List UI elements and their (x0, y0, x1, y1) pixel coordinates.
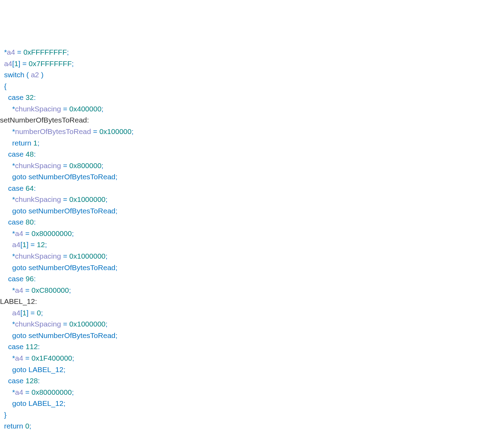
code-token: 96 (26, 275, 34, 283)
code-line: return 1; (0, 137, 478, 149)
code-token: LABEL_12: (0, 297, 37, 305)
code-token: 1 (22, 241, 26, 249)
code-token: 0x800000 (69, 162, 101, 170)
code-token: = (61, 105, 69, 113)
code-token: ; (132, 127, 134, 135)
code-token: = (91, 127, 99, 135)
code-token: case (8, 184, 25, 192)
code-token: : (38, 377, 40, 385)
code-token: ; (101, 105, 103, 113)
code-token: 0xFFFFFFFF (23, 48, 67, 56)
code-token: goto LABEL_12; (12, 399, 65, 407)
code-token: a4 (7, 48, 15, 56)
code-token: a4 (15, 388, 23, 396)
code-token: case (8, 218, 25, 226)
code-line: case 80: (0, 217, 478, 228)
code-token: * (4, 48, 7, 56)
code-token: 0x1000000 (69, 252, 105, 260)
code-line: goto setNumberOfBytesToRead; (0, 171, 478, 183)
code-token: a2 (31, 71, 39, 79)
code-line: switch ( a2 ) (0, 69, 478, 81)
code-line: case 96: (0, 273, 478, 285)
code-line: goto LABEL_12; (0, 364, 478, 376)
code-token: case (8, 93, 25, 101)
code-token: switch ( (4, 71, 31, 79)
code-token: 0x1000000 (69, 320, 105, 328)
code-line: *chunkSpacing = 0x1000000; (0, 251, 478, 262)
code-line: *chunkSpacing = 0x1000000; (0, 194, 478, 205)
code-token: 0xC800000 (32, 286, 69, 294)
code-token: } (4, 411, 7, 419)
code-token: 1 (22, 309, 26, 317)
code-token: goto setNumberOfBytesToRead; (12, 264, 117, 272)
code-token: ; (29, 422, 31, 430)
code-token: = (23, 229, 32, 237)
code-token: case (8, 377, 25, 385)
code-line: goto setNumberOfBytesToRead; (0, 262, 478, 274)
code-token: * (12, 320, 15, 328)
code-token: 0x80000000 (32, 388, 72, 396)
code-line: LABEL_12: (0, 296, 478, 307)
code-line: case 64: (0, 183, 478, 194)
code-token: 0 (25, 422, 29, 430)
code-token: 1 (14, 60, 18, 68)
code-token: ] = (26, 241, 37, 249)
code-token: 0x1F400000 (32, 354, 72, 362)
code-token: ] = (18, 60, 29, 68)
code-token: ; (69, 286, 71, 294)
code-token: case (8, 275, 25, 283)
code-token: 0x1000000 (69, 195, 105, 203)
code-token: return (4, 422, 25, 430)
code-token: a4 (15, 354, 23, 362)
code-line: *numberOfBytesToRead = 0x100000; (0, 126, 478, 137)
code-line: *chunkSpacing = 0x1000000; (0, 319, 478, 330)
code-token: ) (39, 71, 44, 79)
code-token: case (8, 343, 25, 351)
code-line: a4[1] = 12; (0, 239, 478, 251)
code-token: { (4, 82, 7, 90)
code-token: a4 (4, 60, 12, 68)
code-token: chunkSpacing (15, 320, 61, 328)
code-line: *a4 = 0x1F400000; (0, 353, 478, 364)
code-token: * (12, 388, 15, 396)
code-token: 0x100000 (99, 127, 131, 135)
code-line: *a4 = 0x80000000; (0, 387, 478, 398)
code-token: = (23, 286, 32, 294)
code-token: chunkSpacing (15, 162, 61, 170)
code-token: ; (72, 354, 74, 362)
code-line: case 112: (0, 341, 478, 353)
code-token: * (12, 105, 15, 113)
code-token: goto setNumberOfBytesToRead; (12, 207, 117, 215)
code-token: 0x7FFFFFFF (29, 60, 72, 68)
code-token: ; (45, 241, 47, 249)
code-token: 128 (26, 377, 38, 385)
code-token: 0 (37, 309, 41, 317)
code-line: case 48: (0, 149, 478, 160)
code-token: 64 (26, 184, 34, 192)
code-token: return (12, 139, 33, 147)
code-token: = (23, 354, 32, 362)
code-token: * (12, 127, 15, 135)
code-token: ] = (26, 309, 37, 317)
code-token: case (8, 150, 25, 158)
code-token: ; (105, 320, 108, 328)
code-token: 48 (26, 150, 34, 158)
code-token: 0x80000000 (32, 229, 72, 237)
code-token: : (34, 93, 36, 101)
code-token: : (38, 343, 40, 351)
code-token: = (23, 388, 32, 396)
code-token: chunkSpacing (15, 105, 61, 113)
code-line: setNumberOfBytesToRead: (0, 115, 478, 126)
code-line: *chunkSpacing = 0x800000; (0, 160, 478, 172)
code-token: ; (41, 309, 43, 317)
code-token: * (12, 252, 15, 260)
code-token: ; (72, 229, 74, 237)
code-token: a4 (15, 229, 23, 237)
code-token: goto setNumberOfBytesToRead; (12, 331, 117, 339)
code-token: goto LABEL_12; (12, 366, 65, 374)
code-line: goto setNumberOfBytesToRead; (0, 330, 478, 341)
code-token: 32 (26, 93, 34, 101)
code-token: 12 (37, 241, 45, 249)
code-token: a4 (12, 241, 20, 249)
source-code-block: *a4 = 0xFFFFFFFF; a4[1] = 0x7FFFFFFF; sw… (0, 47, 478, 432)
